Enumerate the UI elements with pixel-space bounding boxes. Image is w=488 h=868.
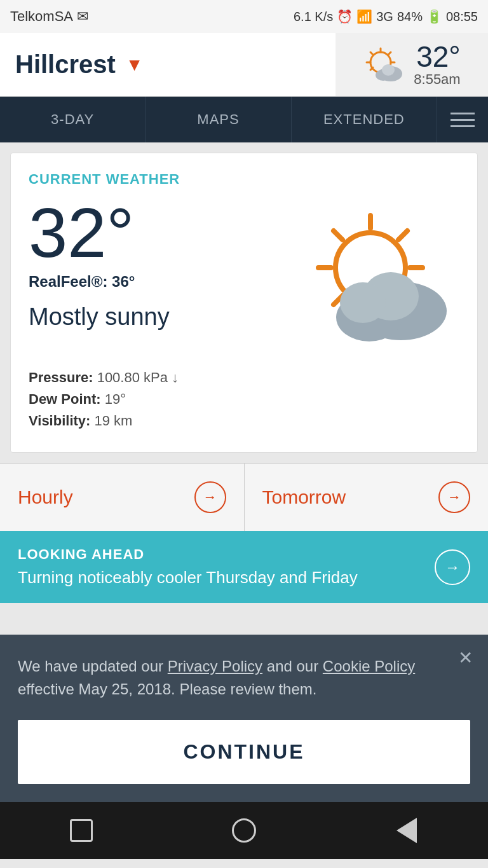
looking-ahead-banner[interactable]: LOOKING AHEAD Turning noticeably cooler … bbox=[0, 531, 488, 603]
wifi-icon: 📶 bbox=[356, 9, 372, 24]
pressure-row: Pressure: 100.80 kPa ↓ bbox=[29, 369, 459, 386]
location-name: Hillcrest bbox=[15, 50, 116, 79]
hourly-arrow-icon: → bbox=[194, 481, 226, 513]
clock-time: 08:55 bbox=[446, 10, 478, 24]
weather-details: Pressure: 100.80 kPa ↓ Dew Point: 19° Vi… bbox=[29, 369, 459, 429]
looking-ahead-text: LOOKING AHEAD Turning noticeably cooler … bbox=[18, 546, 424, 588]
realfeel-val: 36° bbox=[112, 273, 135, 290]
hourly-label: Hourly bbox=[18, 486, 73, 508]
svg-line-17 bbox=[334, 231, 342, 240]
nav-maps[interactable]: MAPS bbox=[146, 97, 291, 142]
svg-line-7 bbox=[388, 52, 391, 55]
svg-point-11 bbox=[382, 64, 395, 76]
privacy-policy-link[interactable]: Privacy Policy bbox=[168, 658, 262, 675]
dewpoint-row: Dew Point: 19° bbox=[29, 391, 459, 408]
cookie-text-before: We have updated our bbox=[18, 658, 163, 675]
svg-point-24 bbox=[340, 282, 386, 323]
realfeel-display: RealFeel®: 36° bbox=[29, 273, 170, 291]
hamburger-icon bbox=[451, 113, 475, 127]
email-icon: ✉ bbox=[77, 8, 88, 25]
header-temp-time: 32° 8:55am bbox=[414, 42, 460, 88]
svg-line-19 bbox=[398, 231, 407, 240]
location-dropdown[interactable]: ▼ bbox=[126, 55, 144, 75]
status-right: 6.1 K/s ⏰ 📶 3G 84% 🔋 08:55 bbox=[294, 9, 478, 24]
recents-button[interactable] bbox=[64, 813, 99, 848]
back-icon bbox=[396, 818, 417, 843]
home-icon bbox=[232, 818, 256, 843]
signal-icon: 3G bbox=[376, 10, 393, 24]
visibility-label: Visibility: bbox=[29, 413, 90, 429]
nav-3day[interactable]: 3-DAY bbox=[0, 97, 146, 142]
status-bar: TelkomSA ✉ 6.1 K/s ⏰ 📶 3G 84% 🔋 08:55 bbox=[0, 0, 488, 33]
battery-icon: 🔋 bbox=[426, 9, 442, 24]
current-weather-label: CURRENT WEATHER bbox=[29, 171, 459, 188]
weather-card: CURRENT WEATHER 32° RealFeel®: 36° Mostl… bbox=[10, 153, 478, 453]
location-left: Hillcrest ▼ bbox=[0, 50, 336, 79]
carrier-name: TelkomSA bbox=[10, 8, 73, 25]
location-right: 32° 8:55am bbox=[336, 33, 488, 96]
pressure-label: Pressure: bbox=[29, 369, 93, 385]
current-temperature: 32° bbox=[29, 198, 170, 268]
nav-bar: 3-DAY MAPS EXTENDED bbox=[0, 97, 488, 142]
speed-indicator: 6.1 K/s bbox=[294, 10, 333, 24]
cookie-notice: ✕ We have updated our Privacy Policy and… bbox=[0, 635, 488, 802]
battery-percentage: 84% bbox=[397, 10, 423, 24]
looking-ahead-description: Turning noticeably cooler Thursday and F… bbox=[18, 568, 424, 588]
weather-left: 32° RealFeel®: 36° Mostly sunny bbox=[29, 198, 170, 346]
cookie-policy-link[interactable]: Cookie Policy bbox=[323, 658, 415, 675]
header-weather-icon bbox=[363, 46, 407, 84]
weather-condition: Mostly sunny bbox=[29, 303, 170, 331]
alarm-icon: ⏰ bbox=[337, 9, 353, 24]
dewpoint-label: Dew Point: bbox=[29, 391, 101, 407]
location-header: Hillcrest ▼ 32° 8:55am bbox=[0, 33, 488, 97]
tomorrow-button[interactable]: Tomorrow → bbox=[245, 464, 489, 531]
header-temperature: 32° bbox=[414, 42, 460, 71]
visibility-row: Visibility: 19 km bbox=[29, 413, 459, 429]
forecast-nav-buttons: Hourly → Tomorrow → bbox=[0, 463, 488, 531]
status-left: TelkomSA ✉ bbox=[10, 8, 88, 25]
svg-line-5 bbox=[370, 52, 373, 55]
header-time: 8:55am bbox=[414, 71, 460, 88]
nav-extended[interactable]: EXTENDED bbox=[292, 97, 437, 142]
cookie-text: We have updated our Privacy Policy and o… bbox=[18, 655, 470, 701]
looking-ahead-title: LOOKING AHEAD bbox=[18, 546, 424, 563]
bottom-nav bbox=[0, 802, 488, 859]
tomorrow-label: Tomorrow bbox=[262, 486, 346, 508]
tomorrow-arrow-icon: → bbox=[438, 481, 470, 513]
continue-button[interactable]: CONTINUE bbox=[18, 720, 470, 784]
realfeel-label: RealFeel®: bbox=[29, 273, 107, 290]
home-button[interactable] bbox=[226, 813, 262, 848]
back-button[interactable] bbox=[389, 813, 424, 848]
cookie-close-button[interactable]: ✕ bbox=[458, 647, 473, 668]
recents-icon bbox=[70, 819, 93, 842]
weather-main: 32° RealFeel®: 36° Mostly sunny bbox=[29, 198, 459, 363]
nav-menu-button[interactable] bbox=[437, 97, 488, 142]
gray-spacer bbox=[0, 603, 488, 635]
looking-ahead-arrow-icon: → bbox=[435, 549, 470, 585]
hourly-button[interactable]: Hourly → bbox=[0, 464, 245, 531]
weather-main-icon bbox=[294, 198, 459, 363]
